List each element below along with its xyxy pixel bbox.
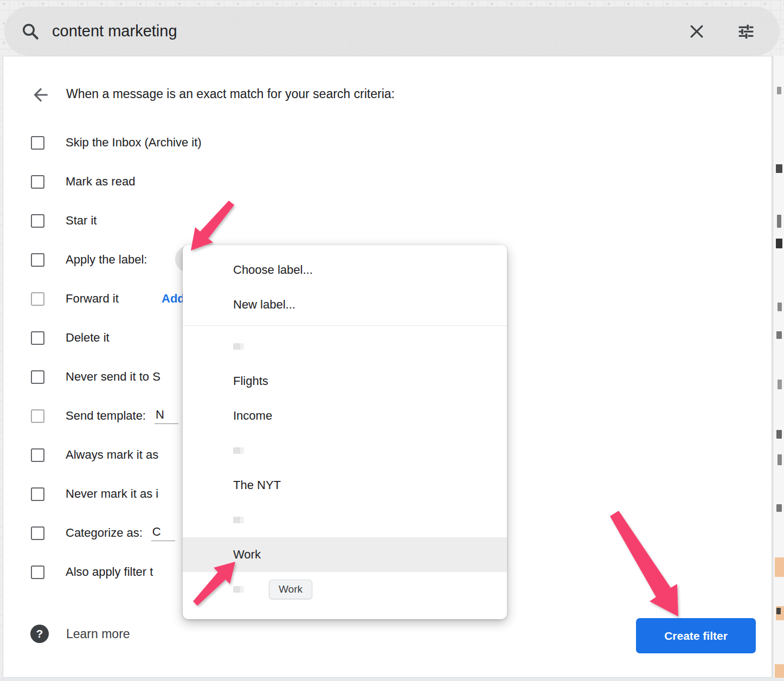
checkbox-never-spam[interactable] xyxy=(31,370,44,384)
checkbox-apply-label[interactable] xyxy=(31,253,44,267)
learn-more-label: Learn more xyxy=(66,627,130,641)
menu-item-label: Flights xyxy=(233,374,268,388)
menu-item-flights[interactable]: Flights xyxy=(183,364,507,399)
clear-search-icon[interactable] xyxy=(687,22,706,41)
option-label: Always mark it as xyxy=(66,448,158,462)
checkbox-never-important[interactable] xyxy=(31,487,44,501)
page-edge-fragment xyxy=(776,331,782,339)
redacted-label-block xyxy=(233,447,244,454)
page-edge-fragment xyxy=(777,380,782,389)
page-edge-fragment xyxy=(776,239,782,248)
search-bar: content marketing xyxy=(4,7,780,56)
redacted-label-block xyxy=(233,586,244,593)
page-title: When a message is an exact match for you… xyxy=(66,87,395,101)
option-label: Apply the label: xyxy=(66,253,147,267)
checkbox-star-it[interactable] xyxy=(31,214,44,228)
checkbox-always-important[interactable] xyxy=(31,448,44,462)
checkbox-also-apply[interactable] xyxy=(31,566,44,579)
option-row-mark-read: Mark as read xyxy=(3,171,772,192)
page-edge-highlight xyxy=(775,557,784,577)
add-forwarding-link[interactable]: Add xyxy=(162,292,185,306)
bottom-chrome-strip xyxy=(0,678,784,681)
back-arrow-icon[interactable] xyxy=(30,85,51,105)
page-edge-strip xyxy=(773,56,784,678)
checkbox-skip-inbox[interactable] xyxy=(31,136,44,150)
menu-item-label: The NYT xyxy=(233,478,281,492)
page-edge-fragment xyxy=(777,454,782,465)
page-edge-highlight xyxy=(775,664,784,678)
option-label: Skip the Inbox (Archive it) xyxy=(66,136,202,150)
option-label: Never send it to S xyxy=(66,370,160,384)
menu-item-work[interactable]: Work xyxy=(183,537,507,572)
option-label: Also apply filter t xyxy=(66,565,153,579)
menu-item-label: Income xyxy=(233,409,272,423)
option-label: Categorize as: xyxy=(66,526,143,540)
search-icon xyxy=(21,22,40,41)
option-label: Delete it xyxy=(66,331,110,345)
menu-item-redacted-label[interactable] xyxy=(183,503,507,537)
learn-more-link[interactable]: ? Learn more xyxy=(30,625,130,643)
gmail-filter-screen: When a message is an exact match for you… xyxy=(0,0,784,681)
checkbox-categorize[interactable] xyxy=(31,526,44,540)
checkbox-forward-it[interactable] xyxy=(31,292,44,306)
menu-item-new-label[interactable]: New label... xyxy=(183,287,507,322)
page-edge-fragment xyxy=(777,215,781,228)
menu-item-label: Work xyxy=(233,548,261,562)
label-dropdown-menu: Choose label... New label... Flights Inc… xyxy=(183,245,507,619)
option-label: Send template: xyxy=(66,409,146,423)
checkbox-mark-read[interactable] xyxy=(31,175,44,189)
page-edge-fragment xyxy=(777,87,781,94)
create-filter-button[interactable]: Create filter xyxy=(636,618,756,653)
checkbox-send-template[interactable] xyxy=(31,409,44,423)
redacted-label-block xyxy=(233,517,244,523)
category-select-value[interactable]: C xyxy=(151,525,175,541)
page-edge-fragment xyxy=(776,504,782,512)
page-edge-fragment xyxy=(777,303,782,311)
menu-item-redacted-label[interactable] xyxy=(183,433,507,468)
menu-item-income[interactable]: Income xyxy=(183,399,507,433)
menu-item-choose-label[interactable]: Choose label... xyxy=(183,253,507,287)
search-options-tune-icon[interactable] xyxy=(737,23,755,40)
option-row-star-it: Star it xyxy=(3,210,772,231)
checkbox-delete-it[interactable] xyxy=(31,331,44,345)
option-label: Mark as read xyxy=(66,175,135,189)
option-label: Star it xyxy=(66,214,97,228)
page-edge-fragment xyxy=(776,164,782,173)
template-select-value[interactable]: N xyxy=(155,408,178,424)
redacted-label-block xyxy=(233,343,244,350)
work-tooltip: Work xyxy=(269,580,312,599)
page-edge-fragment xyxy=(776,608,781,614)
search-input[interactable]: content marketing xyxy=(52,22,687,40)
option-label: Forward it xyxy=(66,292,119,306)
option-label: Never mark it as i xyxy=(66,487,158,501)
menu-item-the-nyt[interactable]: The NYT xyxy=(183,468,507,503)
option-row-skip-inbox: Skip the Inbox (Archive it) xyxy=(3,132,772,153)
page-edge-fragment xyxy=(776,430,782,439)
help-question-icon: ? xyxy=(30,625,49,643)
menu-item-redacted-label[interactable]: Work xyxy=(183,572,507,607)
menu-item-redacted-label[interactable] xyxy=(183,329,507,364)
menu-divider xyxy=(183,325,507,326)
